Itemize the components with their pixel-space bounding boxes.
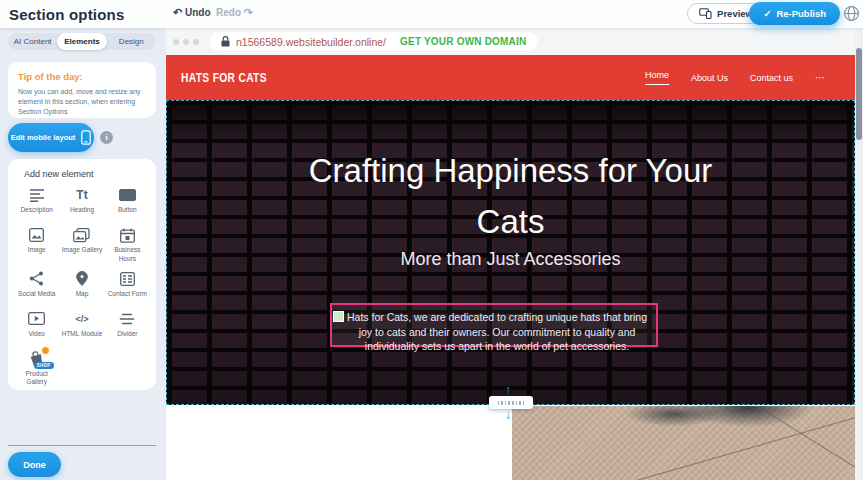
editor-topbar: Section options ↶ Undo Redo ↷ Preview ✓ …: [0, 0, 863, 28]
redo-button[interactable]: Redo ↷: [216, 6, 253, 19]
republish-button[interactable]: ✓ Re-Publish: [749, 2, 840, 25]
hero-subheading[interactable]: More than Just Accessories: [167, 249, 854, 270]
description-icon: [28, 187, 46, 203]
info-icon[interactable]: i: [100, 131, 113, 144]
tip-of-the-day-card: Tip of the day: Now you can add, move an…: [8, 62, 156, 118]
element-image[interactable]: Image: [14, 227, 59, 264]
element-social-media[interactable]: Social Media: [14, 271, 59, 304]
element-button[interactable]: Button: [105, 187, 150, 220]
heading-icon: Tt: [73, 187, 91, 203]
shop-badge: SHOP: [34, 362, 54, 369]
element-label: Contact Form: [108, 290, 147, 299]
element-label: Image: [28, 246, 46, 255]
resize-arrow-down-icon[interactable]: ↓: [505, 408, 511, 422]
element-image-gallery[interactable]: Image Gallery: [59, 227, 104, 264]
tip-title: Tip of the day:: [18, 71, 146, 82]
tab-design[interactable]: Design: [107, 33, 156, 50]
add-element-panel: Add new element Description Tt Heading B…: [8, 159, 156, 390]
element-label: HTML Module: [62, 330, 103, 339]
site-preview: n1566589.websitebuilder.online/ GET YOUR…: [166, 28, 863, 480]
button-icon: [118, 187, 136, 203]
html-module-icon: </>: [73, 311, 91, 327]
undo-icon: ↶: [173, 6, 182, 18]
edit-mobile-label: Edit mobile layout: [11, 133, 76, 142]
redo-icon: ↷: [244, 6, 253, 18]
check-icon: ✓: [763, 8, 771, 19]
nav-home[interactable]: Home: [645, 70, 669, 85]
devices-icon: [699, 8, 712, 19]
element-grid: Description Tt Heading Button: [14, 187, 150, 387]
resize-arrow-up-icon[interactable]: ↑: [505, 383, 511, 397]
nav-contact-us[interactable]: Contact us: [750, 73, 793, 83]
element-map[interactable]: Map: [59, 271, 104, 304]
lock-icon: [221, 36, 230, 47]
preview-scrollbar[interactable]: [855, 28, 863, 480]
address-bar[interactable]: n1566589.websitebuilder.online/ GET YOUR…: [209, 32, 538, 51]
element-divider[interactable]: Divider: [105, 311, 150, 344]
tab-ai-content[interactable]: AI Content: [8, 33, 57, 50]
phone-icon: [81, 130, 91, 145]
grip-dots-icon: [498, 401, 524, 405]
section-options-sidebar: AI Content Elements Design Tip of the da…: [0, 28, 166, 480]
hero-body-text: Hats for Cats, we are dedicated to craft…: [332, 305, 656, 354]
element-label: Button: [118, 206, 137, 215]
contact-form-icon: [118, 271, 136, 287]
image-gallery-icon: [73, 227, 91, 243]
product-gallery-icon: SHOP: [28, 351, 46, 367]
drag-handle-icon[interactable]: [333, 311, 344, 322]
element-html-module[interactable]: </> HTML Module: [59, 311, 104, 344]
browser-dots-icon: [173, 39, 199, 45]
element-label: Image Gallery: [62, 246, 102, 255]
element-label: Video: [28, 330, 45, 339]
business-hours-icon: [118, 227, 136, 243]
hero-heading[interactable]: Crafting Happiness for Your Cats: [167, 145, 854, 247]
page-title: Section options: [9, 6, 125, 23]
undo-button[interactable]: ↶ Undo: [173, 6, 211, 19]
globe-icon[interactable]: [843, 5, 860, 22]
element-video[interactable]: Video: [14, 311, 59, 344]
site-url: n1566589.websitebuilder.online/: [236, 36, 386, 48]
element-label: Social Media: [18, 290, 55, 299]
nav-more-icon[interactable]: ⋯: [815, 72, 825, 83]
element-heading[interactable]: Tt Heading: [59, 187, 104, 220]
done-button[interactable]: Done: [8, 452, 61, 477]
tip-body: Now you can add, move and resize any ele…: [18, 87, 146, 117]
site-header: HATS FOR CATS Home About Us Contact us ⋯: [166, 55, 855, 100]
element-label: Business Hours: [106, 246, 148, 264]
selected-text-element[interactable]: Hats for Cats, we are dedicated to craft…: [330, 303, 658, 347]
sidebar-tabs: AI Content Elements Design: [8, 33, 156, 50]
carpet-photo: [512, 406, 855, 480]
element-label: Divider: [117, 330, 137, 339]
element-contact-form[interactable]: Contact Form: [105, 271, 150, 304]
element-description[interactable]: Description: [14, 187, 59, 220]
site-logo[interactable]: HATS FOR CATS: [181, 71, 267, 85]
edit-mobile-layout-button[interactable]: Edit mobile layout: [8, 123, 94, 152]
map-icon: [73, 271, 91, 287]
republish-label: Re-Publish: [776, 8, 826, 19]
section-resize-handle[interactable]: [489, 396, 533, 409]
browser-chrome-bar: n1566589.websitebuilder.online/ GET YOUR…: [166, 28, 855, 55]
preview-label: Preview: [717, 8, 753, 19]
element-label: Heading: [70, 206, 94, 215]
scrollbar-thumb[interactable]: [856, 48, 862, 140]
element-label: Description: [20, 206, 53, 215]
redo-label: Redo: [216, 7, 241, 18]
image-icon: [28, 227, 46, 243]
element-label: Map: [76, 290, 89, 299]
sidebar-divider: [8, 445, 156, 446]
element-label: Product Gallery: [16, 370, 58, 388]
social-media-icon: [28, 271, 46, 287]
premium-badge-icon: [41, 346, 50, 355]
add-element-title: Add new element: [24, 169, 150, 179]
undo-label: Undo: [185, 7, 211, 18]
shadow-shape: [622, 406, 832, 446]
get-your-own-domain-link[interactable]: GET YOUR OWN DOMAIN: [400, 36, 526, 47]
divider-icon: [118, 311, 136, 327]
tab-elements[interactable]: Elements: [57, 33, 106, 50]
video-icon: [28, 311, 46, 327]
nav-about-us[interactable]: About Us: [691, 73, 728, 83]
site-nav: Home About Us Contact us ⋯: [645, 55, 825, 100]
hero-section[interactable]: Crafting Happiness for Your Cats More th…: [166, 100, 855, 405]
element-product-gallery[interactable]: SHOP Product Gallery: [14, 351, 59, 388]
element-business-hours[interactable]: Business Hours: [105, 227, 150, 264]
